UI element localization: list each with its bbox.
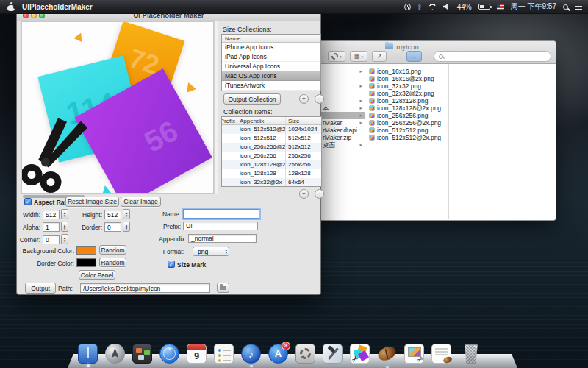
aspect-ratio-checkbox[interactable]: ✓: [24, 198, 32, 205]
table-row[interactable]: icon_512x512@2x1024x1024: [222, 125, 321, 134]
arrows-inward-icon: →←: [411, 54, 418, 59]
header-appendix[interactable]: Appendix: [237, 117, 286, 124]
image-file-icon: [369, 120, 375, 126]
file-item[interactable]: icon_512x512.png: [366, 127, 448, 134]
app-window: UI Placeholder Maker 72 114 56 Si: [16, 9, 321, 295]
file-item[interactable]: icon_256x256.png: [366, 112, 448, 119]
image-file-icon: [369, 83, 375, 89]
dock-safari-icon[interactable]: [159, 344, 179, 364]
dock-image-clipper-icon[interactable]: ✂: [404, 344, 424, 364]
color-panel-button[interactable]: Color Panel: [79, 270, 115, 280]
height-label: Height:: [79, 211, 102, 219]
output-button[interactable]: Output: [25, 283, 56, 294]
prefix-label: Prefix:: [149, 223, 181, 230]
border-color-swatch[interactable]: [76, 258, 96, 267]
background-random-button[interactable]: Random: [99, 245, 126, 255]
dock-app-store-icon[interactable]: A3: [268, 344, 288, 364]
dock-finder-icon[interactable]: [78, 344, 98, 364]
appendix-field[interactable]: _normal: [188, 234, 257, 243]
menu-clock[interactable]: 周一 下午9:57: [511, 1, 556, 12]
dock-xcode-icon[interactable]: [323, 344, 343, 364]
alpha-field[interactable]: 1: [43, 222, 60, 232]
size-collection-row[interactable]: Universal App Icons: [222, 62, 320, 71]
format-label: Format:: [149, 248, 184, 255]
preview-vertical-scrollbar[interactable]: [214, 21, 218, 194]
border-stepper[interactable]: ▴▾: [123, 222, 130, 232]
file-item[interactable]: icon_32x32@2x.png: [366, 90, 448, 97]
table-row[interactable]: icon_128x128@2x256x256: [222, 160, 321, 169]
dock-calendar-icon[interactable]: 9: [187, 344, 207, 364]
column-header-name[interactable]: Name: [222, 35, 320, 43]
prefix-field[interactable]: UI: [183, 222, 258, 230]
size-collection-row-selected[interactable]: Mac OS App Icons: [222, 71, 320, 81]
size-collection-row[interactable]: iTunesArtwork: [222, 81, 320, 91]
dock-trash-icon[interactable]: [463, 344, 479, 364]
output-collection-button[interactable]: Output Collection: [223, 93, 281, 105]
dock-coffee-bean-icon[interactable]: [377, 344, 397, 364]
border-field[interactable]: 0: [104, 222, 121, 232]
menu-app-name[interactable]: UIPlaceholderMaker: [22, 3, 93, 11]
width-field[interactable]: 512: [43, 210, 60, 219]
background-color-swatch[interactable]: [76, 246, 96, 255]
apple-menu-icon[interactable]: [7, 2, 15, 11]
file-item[interactable]: icon_128x128@2x.png: [366, 105, 448, 112]
table-row[interactable]: icon_256x256@2x512x512: [222, 143, 321, 152]
file-item[interactable]: icon_32x32.png: [366, 82, 448, 90]
alpha-stepper[interactable]: ▴▾: [61, 222, 68, 232]
size-collection-row[interactable]: iPad App Icons: [222, 52, 320, 62]
height-stepper[interactable]: ▴▾: [123, 209, 130, 219]
volume-icon[interactable]: [443, 4, 451, 10]
choose-folder-button[interactable]: [217, 283, 229, 293]
width-stepper[interactable]: ▴▾: [61, 209, 68, 219]
dock-mission-control-icon[interactable]: [132, 344, 152, 364]
wifi-icon[interactable]: [429, 4, 437, 10]
share-button[interactable]: ↗: [372, 51, 387, 62]
file-item[interactable]: icon_16x16@2x.png: [366, 75, 448, 82]
action-menu-button[interactable]: ▾: [328, 51, 345, 62]
reset-image-size-button[interactable]: Reset Image Size: [65, 197, 119, 207]
background-color-label: Background Color:: [17, 247, 74, 255]
remove-collection-button[interactable]: −: [315, 94, 324, 104]
add-collection-button[interactable]: +: [299, 94, 309, 104]
table-row[interactable]: icon_512x512512x512: [222, 134, 321, 143]
path-field[interactable]: /Users/leks/Desktop/myIcon: [80, 283, 210, 293]
dock-itunes-icon[interactable]: ♪: [241, 344, 261, 364]
corner-field[interactable]: 0: [43, 235, 60, 244]
size-collection-row[interactable]: iPhone App Icons: [222, 43, 320, 52]
bluetooth-icon[interactable]: ᛒ: [417, 4, 421, 10]
file-item[interactable]: icon_16x16.png: [366, 68, 448, 75]
finder-search-input[interactable]: [434, 51, 551, 62]
file-item[interactable]: icon_128x128.png: [366, 97, 448, 105]
height-field[interactable]: 512: [104, 210, 121, 219]
dock-system-preferences-icon[interactable]: [295, 344, 315, 364]
input-source-flag-icon[interactable]: [497, 4, 504, 10]
dock-ui-placeholder-maker-icon[interactable]: ✂: [350, 344, 370, 364]
name-field[interactable]: [183, 209, 259, 219]
format-popup[interactable]: png ▴▾: [193, 247, 229, 256]
remove-item-button[interactable]: −: [315, 189, 324, 199]
spotlight-icon[interactable]: [563, 4, 568, 10]
corner-stepper[interactable]: ▴▾: [61, 234, 68, 244]
header-size[interactable]: Size: [286, 117, 321, 124]
collapse-button[interactable]: →←: [406, 51, 422, 62]
file-item[interactable]: icon_512x512@2x.png: [366, 134, 448, 141]
dock-documents-icon[interactable]: [431, 344, 451, 364]
triangle-decoration: [187, 82, 197, 94]
size-mark-checkbox[interactable]: ✓: [168, 261, 175, 268]
time-machine-icon[interactable]: [404, 4, 411, 10]
header-prefix[interactable]: Prefix: [222, 117, 237, 124]
border-random-button[interactable]: Random: [99, 258, 126, 267]
collection-items-table: Prefix Appendix Size icon_512x512@2x1024…: [221, 116, 322, 187]
image-file-icon: [369, 113, 375, 118]
table-row[interactable]: icon_128x128128x128: [222, 169, 321, 178]
notification-center-icon[interactable]: [575, 4, 582, 10]
dock-reminders-icon[interactable]: [214, 344, 234, 364]
dock-launchpad-icon[interactable]: [105, 344, 125, 364]
view-options-button[interactable]: ▦ ▾: [350, 51, 368, 62]
table-row[interactable]: icon_32x32@2x64x64: [222, 178, 321, 187]
add-item-button[interactable]: +: [299, 189, 309, 199]
clear-image-button[interactable]: Clear Image: [121, 197, 161, 207]
table-row[interactable]: icon_256x256256x256: [222, 152, 321, 160]
battery-icon[interactable]: [478, 4, 490, 10]
file-item[interactable]: icon_256x256@2x.png: [366, 119, 448, 127]
